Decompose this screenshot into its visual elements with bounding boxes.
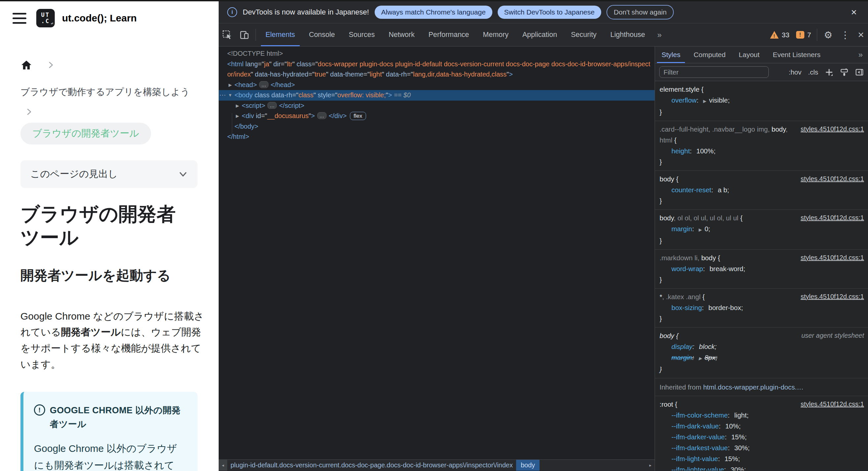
crumb-path[interactable]: plugin-id-default.docs-version-current.d… [227,460,516,471]
crumb-selected-node[interactable]: body [516,460,539,471]
flex-badge[interactable]: flex [350,112,366,120]
toc-toggle[interactable]: このページの見出し [21,160,197,188]
new-style-rule-icon[interactable] [825,68,833,76]
devtools-close-icon[interactable]: × [854,24,868,46]
crumb-scroll-left-icon[interactable]: ◂ [219,460,227,471]
css-property[interactable]: counter-reset:a b; [659,184,864,195]
css-selector[interactable]: body { [659,174,798,184]
sidebar-tab-event-listeners[interactable]: Event Listeners [766,46,827,63]
styles-filter-input[interactable] [659,66,769,78]
tab-performance[interactable]: Performance [422,24,476,46]
css-property[interactable]: --ifm-color-scheme:light; [659,410,864,420]
stylesheet-source-link[interactable]: styles.4510f12d.css:1 [801,291,864,302]
tab-network[interactable]: Network [381,24,422,46]
inherited-node-link[interactable]: html.docs-wrapper.plugin-docs.… [703,383,803,391]
toggle-class-button[interactable]: .cls [808,68,818,76]
stylesheet-source-link[interactable]: styles.4510f12d.css:1 [801,252,864,263]
site-title[interactable]: ut.code(); Learn [62,12,137,24]
expand-ellipsis-button[interactable]: … [317,112,327,119]
dom-tree-row[interactable]: ▶<div id="__docusaurus">…</div>flex [219,111,655,121]
notification-button[interactable]: Switch DevTools to Japanese [498,6,601,19]
sidebar-tab-styles[interactable]: Styles [655,46,687,63]
notification-button[interactable]: Don't show again [607,5,674,20]
tab-application[interactable]: Application [516,24,564,46]
expand-value-arrow-icon[interactable]: ▶ [699,227,702,232]
tab-elements[interactable]: Elements [258,24,302,46]
stylesheet-origin-label: user agent stylesheet [801,330,864,341]
css-property[interactable]: --ifm-dark-value:10%; [659,420,864,432]
css-selector[interactable]: body, ol ol, ol ul, ul ol, ul ul { [659,212,798,223]
notification-button[interactable]: Always match Chrome's language [375,6,492,19]
dom-tree-row[interactable]: <html lang="ja" dir="ltr" class="docs-wr… [219,59,655,80]
settings-gear-icon[interactable]: ⚙ [820,24,836,46]
stylesheet-source-link[interactable]: styles.4510f12d.css:1 [801,124,864,134]
css-property[interactable]: height:100%; [659,146,864,156]
collapse-arrow-icon[interactable]: ▼ [227,90,234,101]
dom-tree-row[interactable]: <!DOCTYPE html> [219,49,655,59]
css-rule: :root {styles.4510f12d.css:1--ifm-color-… [655,396,868,471]
sidebar-more-tabs-icon[interactable]: » [853,46,868,63]
breadcrumb-current-badge: ブラウザの開発者ツール [21,123,151,145]
expand-ellipsis-button[interactable]: … [259,81,269,88]
dom-tree-row[interactable]: ▶<head>…</head> [219,80,655,90]
css-selector[interactable]: .card--full-height, .navbar__logo img, b… [659,124,798,146]
device-toolbar-icon[interactable] [236,24,253,46]
tab-console[interactable]: Console [302,24,342,46]
logo-line-bottom: .C [41,18,50,24]
expand-arrow-icon[interactable]: ▶ [234,101,241,111]
more-tabs-icon[interactable]: » [652,24,667,46]
site-logo[interactable]: UT .C ⏎ [36,9,55,27]
expand-ellipsis-button[interactable]: … [268,102,277,109]
toggle-hover-state-button[interactable]: :hov [789,68,802,76]
stylesheet-source-link[interactable]: styles.4510f12d.css:1 [801,399,864,410]
css-property[interactable]: margin:▶0; [659,223,864,235]
css-property[interactable]: overflow:▶visible; [659,95,864,106]
css-selector[interactable]: *, .katex .angl { [659,291,798,302]
expand-arrow-icon[interactable]: ▶ [234,111,241,121]
sidebar-tab-computed[interactable]: Computed [687,46,732,63]
tab-lighthouse[interactable]: Lighthouse [603,24,652,46]
css-rule: body {styles.4510f12d.css:1counter-reset… [655,171,868,210]
css-property[interactable]: --ifm-darkest-value:30%; [659,442,864,453]
stylesheet-source-link[interactable]: styles.4510f12d.css:1 [801,174,864,184]
site-navbar: UT .C ⏎ ut.code(); Learn [0,1,219,35]
inspect-element-icon[interactable] [219,24,236,46]
css-selector[interactable]: body { [659,330,798,341]
sidebar-tab-layout[interactable]: Layout [732,46,766,63]
tab-memory[interactable]: Memory [476,24,516,46]
css-rule: body {user agent stylesheetdisplay:block… [655,327,868,378]
expand-value-arrow-icon[interactable]: ▶ [703,99,706,103]
inherited-from-header: Inherited from html.docs-wrapper.plugin-… [655,378,868,396]
css-property[interactable]: display:block; [659,341,864,352]
hamburger-menu-icon[interactable] [12,13,26,24]
stylesheet-source-link[interactable]: styles.4510f12d.css:1 [801,212,864,223]
dom-tree-row[interactable]: ▶<script>…</script> [219,101,655,111]
kebab-menu-icon[interactable]: ⋮ [836,24,854,46]
node-options-dots[interactable]: ⋯ [219,90,226,101]
notification-close-icon[interactable]: × [848,7,860,17]
dom-tree-row[interactable]: </body> [219,121,655,132]
css-property[interactable]: word-wrap:break-word; [659,263,864,274]
tab-security[interactable]: Security [564,24,603,46]
tab-sources[interactable]: Sources [342,24,382,46]
expand-arrow-icon[interactable]: ▶ [227,80,234,90]
devtools-toolbar: ElementsConsoleSourcesNetworkPerformance… [219,24,868,46]
dom-tree-row[interactable]: </html> [219,132,655,142]
css-property[interactable]: box-sizing:border-box; [659,302,864,313]
issues-indicator[interactable]: ! 7 [793,24,814,46]
home-icon[interactable] [21,59,32,71]
css-selector[interactable]: .markdown li, body { [659,252,798,263]
css-property[interactable]: --ifm-lighter-value:30%; [659,464,864,471]
warnings-indicator[interactable]: ! 33 [767,24,793,46]
expand-value-arrow-icon[interactable]: ▶ [699,356,702,361]
css-selector[interactable]: :root { [659,399,798,410]
dom-tree-row[interactable]: ▼⋯<body class data-rh="class" style="ove… [219,90,655,101]
css-property[interactable]: margin:▶8px; [659,352,864,364]
crumb-scroll-right-icon[interactable]: ▸ [646,460,655,471]
css-property[interactable]: --ifm-darker-value:15%; [659,432,864,442]
css-selector[interactable]: element.style { [659,84,864,95]
breadcrumb-section[interactable]: ブラウザで動作するアプリを構築しよう [21,86,198,98]
css-property[interactable]: --ifm-light-value:15%; [659,453,864,464]
paint-format-icon[interactable] [840,68,848,76]
computed-sidebar-toggle-icon[interactable] [855,68,864,76]
